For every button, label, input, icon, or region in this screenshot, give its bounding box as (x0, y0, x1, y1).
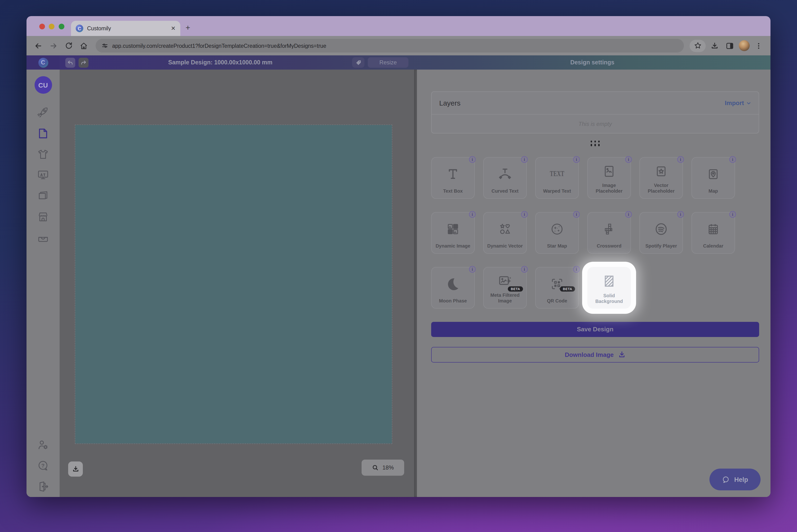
tool-calendar[interactable]: i Calendar (691, 212, 735, 254)
sidebar-item-mockups[interactable] (33, 165, 54, 186)
profile-avatar[interactable] (739, 40, 750, 51)
tool-moon-phase[interactable]: i Moon Phase (431, 267, 475, 309)
magnifier-icon (372, 464, 379, 471)
sidebar-item-getting-started[interactable] (33, 102, 54, 123)
sidebar-item-store[interactable] (33, 206, 54, 227)
beta-badge: BETA (560, 286, 575, 291)
window-maximize-button[interactable] (59, 24, 64, 29)
browser-menu-icon[interactable] (753, 39, 765, 52)
tool-spotify-player[interactable]: i Spotify Player (640, 212, 683, 254)
home-icon[interactable] (78, 39, 90, 52)
pages-icon (37, 190, 49, 202)
url-bar[interactable]: app.customily.com/createProduct1?forDesi… (96, 39, 684, 53)
downloads-icon[interactable] (708, 39, 721, 52)
import-dropdown[interactable]: Import (725, 99, 751, 107)
bookmark-star-icon[interactable] (689, 39, 706, 52)
info-icon[interactable]: i (469, 211, 476, 218)
panel-drag-handle[interactable] (590, 140, 600, 146)
import-label: Import (725, 99, 744, 107)
tag-button[interactable] (352, 57, 364, 68)
sidebar-item-templates[interactable] (33, 186, 54, 206)
info-icon[interactable]: i (469, 156, 476, 163)
customily-favicon: C (76, 25, 83, 32)
tab-title: Customily (87, 25, 167, 31)
undo-button[interactable] (65, 57, 75, 68)
tool-dynamic-image[interactable]: i Dynamic Image (431, 212, 475, 254)
tool-vector-placeholder[interactable]: i Vector Placeholder (640, 157, 683, 199)
browser-tabstrip: C Customily ✕ + (26, 16, 771, 36)
browser-tab-customily[interactable]: C Customily ✕ (71, 21, 180, 36)
user-settings-icon (37, 439, 49, 451)
save-design-button[interactable]: Save Design (431, 322, 759, 337)
body-row: 18% Layers Import (60, 70, 771, 497)
tool-text-box[interactable]: i Text Box (431, 157, 475, 199)
window-close-button[interactable] (39, 24, 45, 29)
tool-solid-background[interactable]: Solid Background (587, 267, 631, 309)
info-icon[interactable]: i (469, 266, 476, 273)
spotify-icon (654, 212, 668, 243)
window-minimize-button[interactable] (49, 24, 54, 29)
layers-title: Layers (439, 99, 460, 107)
info-icon[interactable]: i (573, 156, 580, 163)
info-icon[interactable]: i (521, 211, 528, 218)
warped-text-icon: TEXT (549, 158, 565, 188)
url-text: app.customily.com/createProduct1?forDesi… (112, 43, 326, 49)
inbox-icon (37, 231, 49, 244)
canvas-download-button[interactable] (68, 461, 83, 477)
zoom-level-value: 18% (382, 464, 394, 471)
tool-star-map[interactable]: i Star Map (535, 212, 579, 254)
account-avatar[interactable]: CU (34, 76, 52, 94)
logout-icon (37, 480, 49, 493)
reload-icon[interactable] (62, 39, 75, 52)
sidebar-item-account-settings[interactable] (33, 435, 54, 455)
zoom-indicator[interactable]: 18% (362, 460, 404, 476)
info-icon[interactable]: i (729, 211, 736, 218)
redo-button[interactable] (79, 57, 89, 68)
info-icon[interactable]: i (729, 156, 736, 163)
chevron-down-icon (746, 100, 751, 105)
sidebar-item-products[interactable] (33, 144, 54, 165)
info-icon[interactable]: i (677, 156, 684, 163)
download-image-label: Download Image (565, 351, 614, 358)
canvas-workspace[interactable]: 18% (60, 70, 414, 497)
tool-grid: i Text Box i Cu (431, 157, 759, 309)
help-bubble-icon: ? (37, 460, 49, 472)
info-icon[interactable]: i (521, 266, 528, 273)
qr-code-icon (550, 267, 564, 298)
desktop-background: C Customily ✕ + app (0, 0, 797, 532)
app-content: C CU (26, 55, 771, 497)
info-icon[interactable]: i (573, 266, 580, 273)
sidebar-item-designs[interactable] (33, 123, 54, 144)
tool-dynamic-vector[interactable]: i Dynamic Vector (483, 212, 527, 254)
tool-warped-text[interactable]: i TEXT Warped Text (535, 157, 579, 199)
help-label: Help (734, 476, 748, 483)
moon-phase-icon (446, 267, 460, 298)
side-panel-icon[interactable] (724, 39, 736, 52)
back-icon[interactable] (32, 39, 44, 52)
tool-crossword[interactable]: i Crossword (587, 212, 631, 254)
tool-map[interactable]: i Map (691, 157, 735, 199)
sidebar-item-orders[interactable] (33, 227, 54, 248)
tool-image-placeholder[interactable]: i Image Placeholder (587, 157, 631, 199)
tool-curved-text[interactable]: i Curved Text (483, 157, 527, 199)
tab-close-icon[interactable]: ✕ (171, 25, 176, 32)
dynamic-vector-icon (498, 212, 512, 243)
site-settings-icon[interactable] (101, 42, 108, 49)
info-icon[interactable]: i (521, 156, 528, 163)
design-canvas[interactable] (75, 125, 392, 443)
info-icon[interactable]: i (625, 156, 632, 163)
info-icon[interactable]: i (573, 211, 580, 218)
new-tab-button[interactable]: + (186, 23, 190, 33)
chat-bubble-icon (722, 475, 730, 483)
tool-qr-code[interactable]: i BETA QR Code (535, 267, 579, 309)
tool-meta-filtered-image[interactable]: i BETA Meta Filtered Image (483, 267, 527, 309)
help-button[interactable]: Help (709, 469, 761, 490)
resize-button[interactable]: Resize (368, 57, 409, 68)
sidebar-item-help[interactable]: ? (33, 455, 54, 476)
info-icon[interactable]: i (625, 211, 632, 218)
sidebar-item-logout[interactable] (33, 476, 54, 497)
curved-text-icon (498, 158, 512, 188)
forward-icon[interactable] (47, 39, 60, 52)
download-image-button[interactable]: Download Image (431, 347, 759, 363)
info-icon[interactable]: i (677, 211, 684, 218)
